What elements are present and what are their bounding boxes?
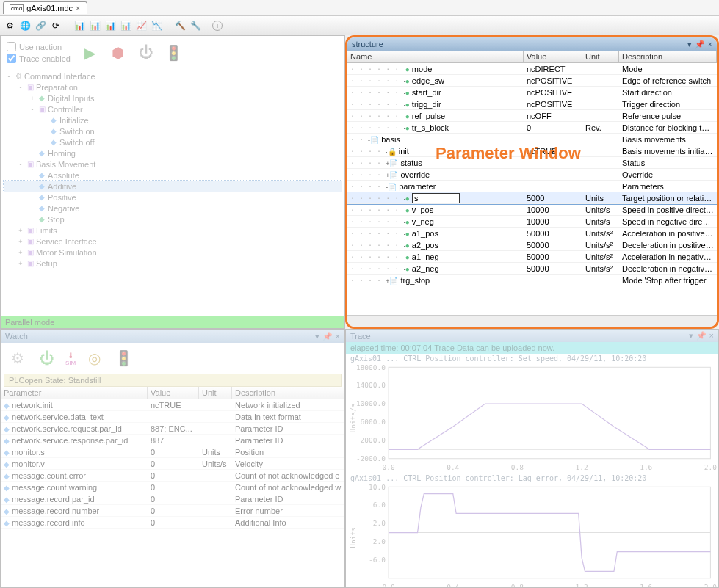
- toolbar-btn-8[interactable]: 📊: [119, 19, 132, 32]
- close-icon[interactable]: ×: [76, 4, 80, 12]
- col-unit[interactable]: Unit: [199, 387, 232, 399]
- tree-item[interactable]: ◆Homing: [4, 148, 342, 159]
- toolbar-btn-5[interactable]: 📊: [73, 19, 86, 32]
- tree-item[interactable]: -▣Preparation: [4, 81, 342, 92]
- tree-item[interactable]: ◆Initialize: [4, 115, 342, 126]
- watch-grid[interactable]: ◆ network.initncTRUENetwork initialized◆…: [1, 399, 344, 587]
- tree-item[interactable]: ◆Negative: [4, 203, 342, 214]
- tree-item[interactable]: ◆Absolute: [4, 170, 342, 181]
- structure-row[interactable]: · · · · · · ·● v_pos10000Units/sSpeed in…: [347, 204, 717, 216]
- dropdown-icon[interactable]: ▾: [315, 332, 319, 341]
- tree-item[interactable]: ◆Switch off: [4, 137, 342, 148]
- close-panel-icon[interactable]: ×: [709, 331, 714, 341]
- structure-row[interactable]: · · · · · · ·● a1_neg50000Units/s²Accele…: [347, 251, 717, 263]
- toolbar-btn-1[interactable]: ⚙: [3, 19, 16, 32]
- watch-row[interactable]: ◆ monitor.s0UnitsPosition: [1, 446, 344, 458]
- traffic-icon[interactable]: 🚦: [112, 349, 134, 368]
- toolbar-btn-4[interactable]: ⟳: [49, 19, 62, 32]
- structure-row[interactable]: · · · · -📄 parameterParameters: [347, 181, 717, 192]
- watch-row[interactable]: ◆ monitor.v0Units/sVelocity: [1, 458, 344, 470]
- trace-title-bar: Trace ▾📌×: [346, 330, 718, 342]
- tree-item[interactable]: +◆Digital Inputs: [4, 92, 342, 104]
- structure-row[interactable]: · · · · · · ·● a1_pos50000Units/s²Accele…: [347, 228, 717, 239]
- col-unit[interactable]: Unit: [582, 51, 619, 62]
- structure-row[interactable]: · · · · ·🔒 initncTRUEBasis movements ini…: [347, 145, 717, 157]
- col-param[interactable]: Parameter: [1, 387, 148, 399]
- watch-row[interactable]: ◆ network.service.data_textData in text …: [1, 411, 344, 423]
- structure-row[interactable]: · · -📄 basisBasis movements: [347, 134, 717, 145]
- structure-row[interactable]: · · · · · · ·● 5000UnitsTarget position …: [347, 192, 717, 204]
- structure-row[interactable]: · · · · +📄 trg_stopMode 'Stop after trig…: [347, 275, 717, 286]
- watch-row[interactable]: ◆ network.initncTRUENetwork initialized: [1, 399, 344, 411]
- structure-row[interactable]: · · · · · · ·● a2_pos50000Units/s²Decele…: [347, 239, 717, 251]
- toolbar-btn-2[interactable]: 🌐: [18, 19, 32, 32]
- structure-row[interactable]: · · · · · · ·● v_neg10000Units/sSpeed in…: [347, 216, 717, 228]
- target-icon[interactable]: ◎: [83, 349, 105, 368]
- toolbar-btn-wrench[interactable]: 🔧: [189, 19, 202, 32]
- watch-row[interactable]: ◆ message.count.error0Count of not ackno…: [1, 470, 344, 482]
- watch-row[interactable]: ◆ network.service.response.par_id887Para…: [1, 435, 344, 446]
- tree-item[interactable]: +▣Limits: [4, 225, 342, 236]
- traffic-icon[interactable]: 🚦: [163, 43, 185, 62]
- power-icon[interactable]: ⏻: [36, 349, 58, 368]
- trace-enabled-checkbox[interactable]: Trace enabled: [7, 54, 71, 63]
- dropdown-icon[interactable]: ▾: [687, 40, 692, 49]
- col-name[interactable]: Name: [347, 51, 524, 62]
- toolbar-btn-info[interactable]: i: [212, 21, 223, 31]
- structure-row[interactable]: · · · · · · ·● tr_s_block0Rev.Distance f…: [347, 122, 717, 134]
- watch-row[interactable]: ◆ network.service.request.par_id887; ENC…: [1, 423, 344, 435]
- pin-icon[interactable]: 📌: [696, 331, 707, 341]
- tree-item[interactable]: -⚙Command Interface: [4, 70, 342, 81]
- file-tab[interactable]: cmd gAxis01.mdc ×: [3, 1, 87, 14]
- sim-icon[interactable]: 🌡SIM: [65, 351, 76, 366]
- tree-item[interactable]: +▣Motor Simulation: [4, 247, 342, 258]
- structure-row[interactable]: · · · · · · ·● edge_swncPOSITIVEEdge of …: [347, 75, 717, 87]
- toolbar-btn-7[interactable]: 📊: [104, 19, 117, 32]
- svg-text:-2.0: -2.0: [369, 537, 386, 545]
- dropdown-icon[interactable]: ▾: [689, 331, 693, 341]
- pin-icon[interactable]: 📌: [322, 332, 333, 341]
- power-icon[interactable]: ⏻: [135, 43, 157, 62]
- h-scrollbar[interactable]: [347, 315, 717, 327]
- close-panel-icon[interactable]: ×: [336, 332, 340, 341]
- structure-row[interactable]: · · · · · · ·● start_dirncPOSITIVEStart …: [347, 87, 717, 98]
- tree-item[interactable]: +▣Setup: [4, 258, 342, 269]
- stop-icon[interactable]: ⬢: [107, 43, 129, 62]
- use-naction-checkbox[interactable]: Use naction: [7, 42, 71, 51]
- play-icon[interactable]: ▶: [79, 43, 101, 62]
- watch-row[interactable]: ◆ message.record.par_id0Parameter ID: [1, 493, 344, 505]
- col-desc[interactable]: Description: [232, 387, 344, 399]
- col-desc[interactable]: Description: [619, 51, 717, 62]
- structure-panel: structure ▾📌× Parameter Window Name Valu…: [345, 35, 719, 329]
- tree-item[interactable]: -▣Controller: [4, 104, 342, 115]
- command-tree[interactable]: -⚙Command Interface-▣Preparation+◆Digita…: [1, 69, 344, 316]
- tree-item[interactable]: ◆Additive: [4, 181, 342, 192]
- toolbar-btn-hammer[interactable]: 🔨: [173, 19, 187, 32]
- watch-row[interactable]: ◆ message.record.info0Additional Info: [1, 517, 344, 529]
- watch-title: Watch: [5, 332, 28, 341]
- toolbar-btn-10[interactable]: 📉: [150, 19, 163, 32]
- gear-icon[interactable]: ⚙: [7, 349, 29, 368]
- watch-row[interactable]: ◆ message.record.number0Error number: [1, 505, 344, 517]
- structure-grid[interactable]: · · · · · · ·● modencDIRECTMode· · · · ·…: [347, 63, 717, 315]
- structure-row[interactable]: · · · · · · ·● ref_pulsencOFFReference p…: [347, 110, 717, 122]
- toolbar-btn-3[interactable]: 🔗: [34, 19, 47, 32]
- structure-row[interactable]: · · · · +📄 overrideOverride: [347, 169, 717, 181]
- tree-item[interactable]: ◆Positive: [4, 192, 342, 203]
- structure-row[interactable]: · · · · · · ·● modencDIRECTMode: [347, 63, 717, 75]
- tree-item[interactable]: -▣Basis Movement: [4, 159, 342, 170]
- watch-row[interactable]: ◆ message.count.warning0Count of not ack…: [1, 482, 344, 493]
- tree-item[interactable]: +▣Service Interface: [4, 236, 342, 247]
- structure-row[interactable]: · · · · · · ·● trigg_dirncPOSITIVETrigge…: [347, 98, 717, 110]
- pin-icon[interactable]: 📌: [695, 40, 705, 49]
- structure-row[interactable]: · · · · +📄 statusStatus: [347, 157, 717, 169]
- structure-row[interactable]: · · · · · · ·● a2_neg50000Units/s²Decele…: [347, 263, 717, 275]
- toolbar-btn-9[interactable]: 📈: [134, 19, 148, 32]
- name-edit-input[interactable]: [412, 193, 460, 203]
- toolbar-btn-6[interactable]: 📊: [88, 19, 101, 32]
- col-value[interactable]: Value: [148, 387, 199, 399]
- tree-item[interactable]: ◆Stop: [4, 214, 342, 225]
- col-value[interactable]: Value: [524, 51, 582, 62]
- tree-item[interactable]: ◆Switch on: [4, 126, 342, 137]
- close-panel-icon[interactable]: ×: [708, 40, 712, 49]
